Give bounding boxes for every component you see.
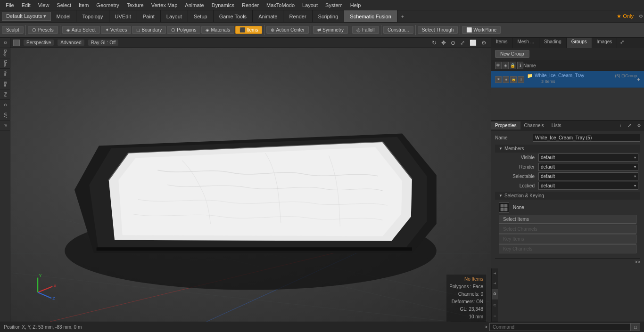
- group-lock-icon[interactable]: 🔒: [510, 76, 517, 83]
- sidebar-btn-c[interactable]: C: [0, 100, 10, 110]
- presets-button[interactable]: ⬡ Presets: [28, 26, 58, 34]
- viewport-perspective[interactable]: Perspective: [24, 40, 54, 46]
- workplane-button[interactable]: ⬜ WorkPlane: [462, 26, 501, 34]
- tab-items[interactable]: Items: [491, 38, 512, 48]
- sidebar-btn-f[interactable]: F: [0, 121, 10, 131]
- menu-geometry[interactable]: Geometry: [92, 1, 123, 9]
- group-info-icon[interactable]: ℹ: [518, 76, 524, 83]
- menu-vertex-map[interactable]: Vertex Map: [148, 1, 182, 9]
- vtab-texture2[interactable]: Texture: [492, 278, 498, 289]
- props-tab-lists[interactable]: Lists: [548, 121, 565, 130]
- group-add-icon[interactable]: +: [637, 76, 640, 83]
- key-channels-button[interactable]: Key Channels: [499, 244, 636, 253]
- layout-tab-animate[interactable]: Animate: [253, 10, 283, 22]
- sidebar-btn-em[interactable]: Em: [0, 79, 10, 89]
- props-tab-plus[interactable]: +: [616, 123, 625, 129]
- command-submit-button[interactable]: □: [631, 323, 640, 331]
- viewport-advanced[interactable]: Advanced: [58, 40, 84, 46]
- sidebar-btn-uv[interactable]: UV: [0, 110, 10, 121]
- menu-animate[interactable]: Animate: [181, 1, 207, 9]
- layout-tab-gametools[interactable]: Game Tools: [214, 10, 253, 22]
- star-only-label[interactable]: ★ Only: [613, 12, 637, 20]
- tab-groups[interactable]: Groups: [567, 38, 592, 48]
- sidebar-btn-d[interactable]: D: [0, 38, 10, 48]
- layout-tab-layout[interactable]: Layout: [161, 10, 188, 22]
- sidebar-btn-mes[interactable]: Mes: [0, 58, 10, 69]
- prop-name-input[interactable]: [533, 134, 640, 142]
- layout-tab-setup[interactable]: Setup: [188, 10, 214, 22]
- keying-section-header[interactable]: ▼ Selection & Keying: [495, 192, 640, 200]
- lock-icon[interactable]: 🔒: [510, 62, 516, 69]
- vtab-texture1[interactable]: Texture: [492, 268, 498, 279]
- eye-icon[interactable]: 👁: [495, 62, 502, 69]
- menu-texture[interactable]: Texture: [123, 1, 148, 9]
- layout-tab-add[interactable]: +: [397, 12, 408, 21]
- layout-tab-scripting[interactable]: Scripting: [313, 10, 345, 22]
- prop-locked-dropdown[interactable]: default ▾: [538, 182, 638, 190]
- layout-tab-render[interactable]: Render: [283, 10, 312, 22]
- layout-tab-paint[interactable]: Paint: [137, 10, 161, 22]
- menu-render[interactable]: Render: [238, 1, 263, 9]
- sidebar-btn-ver[interactable]: Ver: [0, 69, 10, 79]
- auto-select-button[interactable]: ◈ Auto Select: [62, 26, 100, 34]
- vertices-button[interactable]: ✦ Vertices: [101, 26, 132, 34]
- action-center-button[interactable]: ⊕ Action Center: [266, 26, 309, 34]
- layout-tab-model[interactable]: Model: [51, 10, 77, 22]
- props-tab-expand-icon[interactable]: ⤢: [625, 123, 634, 128]
- info-icon[interactable]: ℹ: [517, 62, 524, 69]
- prop-render-dropdown[interactable]: default ▾: [538, 163, 638, 171]
- menu-view[interactable]: View: [34, 1, 53, 9]
- layout-selector[interactable]: Default Layouts ▾: [2, 12, 51, 21]
- vtab-ima[interactable]: Ima: [492, 310, 498, 322]
- menu-maxtomode[interactable]: MaxToModo: [263, 1, 298, 9]
- props-tab-channels[interactable]: Channels: [520, 121, 548, 130]
- group-render-icon[interactable]: ◈: [503, 76, 509, 83]
- tab-mesh[interactable]: Mesh ...: [512, 38, 539, 48]
- vtab-group[interactable]: Group: [492, 289, 498, 300]
- tab-shading[interactable]: Shading: [539, 38, 567, 48]
- menu-item[interactable]: Item: [75, 1, 92, 9]
- sculpt-button[interactable]: Sculpt: [2, 26, 24, 34]
- sidebar-btn-pol[interactable]: Pol: [0, 89, 10, 100]
- rotate-icon[interactable]: ↻: [430, 40, 438, 46]
- sidebar-btn-dup[interactable]: Dup: [0, 48, 10, 58]
- viewport-raygl[interactable]: Ray GL: Off: [88, 40, 119, 46]
- menu-file[interactable]: File: [2, 1, 18, 9]
- tab-expand-icon[interactable]: ⤢: [617, 38, 627, 48]
- viewport-canvas[interactable]: X Y Z No Items Polygons : Face Channels:…: [10, 48, 491, 322]
- constraint-button[interactable]: Constrai...: [383, 26, 413, 34]
- layout-tab-uvedit[interactable]: UVEdit: [109, 10, 137, 22]
- menu-dynamics[interactable]: Dynamics: [208, 1, 238, 9]
- settings-icon[interactable]: ⚙: [480, 40, 488, 46]
- select-channels-button[interactable]: Select Channels: [499, 225, 636, 234]
- boundary-button[interactable]: ◻ Boundary: [132, 26, 166, 34]
- panel-expand-button[interactable]: >>: [635, 259, 640, 265]
- prop-visible-dropdown[interactable]: default ▾: [538, 154, 638, 162]
- select-through-button[interactable]: Select Through: [418, 26, 458, 34]
- falloff-button[interactable]: ◎ Falloff: [352, 26, 379, 34]
- materials-button[interactable]: ◈ Materials: [201, 26, 234, 34]
- props-tab-properties[interactable]: Properties: [491, 121, 520, 130]
- prop-selectable-dropdown[interactable]: default ▾: [538, 172, 638, 180]
- items-button[interactable]: ⬛ Items: [235, 26, 262, 34]
- menu-layout[interactable]: Layout: [298, 1, 322, 9]
- command-input[interactable]: [489, 323, 631, 331]
- layout-settings-icon[interactable]: ⚙: [637, 10, 644, 22]
- maximize-icon[interactable]: ⬜: [468, 40, 478, 46]
- group-eye-icon[interactable]: 👁: [495, 76, 502, 83]
- menu-help[interactable]: Help: [347, 1, 365, 9]
- fit-icon[interactable]: ⤢: [459, 40, 466, 46]
- menu-select[interactable]: Select: [53, 1, 75, 9]
- select-items-button[interactable]: Select Items: [499, 215, 636, 224]
- menu-edit[interactable]: Edit: [18, 1, 34, 9]
- vtab-userc[interactable]: User: [492, 300, 498, 311]
- props-tab-settings-icon[interactable]: ⚙: [634, 123, 644, 128]
- members-section-header[interactable]: ▼ Members: [495, 145, 640, 153]
- zoom-icon[interactable]: ⊙: [449, 40, 457, 46]
- layout-tab-schematic[interactable]: Schematic Fusion: [344, 10, 397, 22]
- layout-tab-topology[interactable]: Topology: [76, 10, 109, 22]
- symmetry-button[interactable]: ⇌ Symmetry: [313, 26, 348, 34]
- group-row-0[interactable]: 👁 ◈ 🔒 ℹ 📁 White_Ice_Cream_Tray (5) ⊡Grou…: [491, 71, 644, 88]
- viewport[interactable]: Perspective Advanced Ray GL: Off ↻ ✥ ⊙ ⤢…: [10, 38, 491, 322]
- key-items-button[interactable]: Key Items: [499, 235, 636, 243]
